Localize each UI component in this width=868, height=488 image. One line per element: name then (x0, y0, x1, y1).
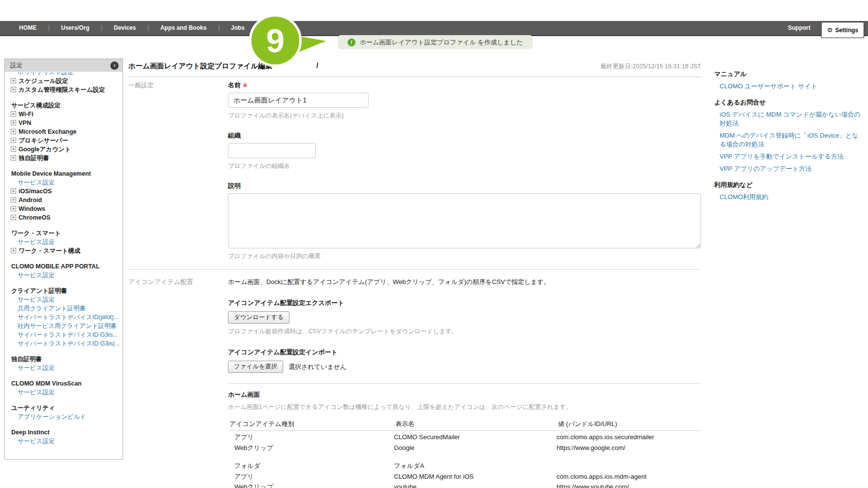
nav-support[interactable]: Support (788, 21, 810, 35)
sidebar-item[interactable]: +サービス設定 (5, 364, 121, 372)
sidebar-item[interactable]: +ワーク・スマート構成 (5, 246, 121, 255)
description-help: プロファイルの内容や目的の概要 (228, 252, 701, 261)
toast-message: ホーム画面レイアウト設定プロファイル を作成しました (360, 38, 523, 47)
sidebar-item[interactable]: +社内サービス用クライアント証明書 (5, 322, 121, 330)
icon-item-table: アイコンアイテム種別 表示名 値 (バンドルID/URL) アプリ CLOMO … (228, 420, 701, 488)
sidebar-item[interactable]: +独自証明書 (5, 154, 121, 163)
sidebar-item[interactable]: +共用クライアント証明書 (5, 304, 121, 313)
expand-icon[interactable]: + (11, 138, 16, 143)
settings-sidebar: 設定 ‹ +ホワイトリスト設定 +スケジュール設定 +カスタム管理権限スキーム設… (4, 59, 123, 460)
sidebar-items: +ホワイトリスト設定 +スケジュール設定 +カスタム管理権限スキーム設定 +サー… (5, 72, 123, 450)
help-item[interactable]: CLOMO ユーザーサポート サイト (714, 82, 862, 91)
sidebar-item[interactable]: +ユーティリティ (5, 404, 121, 412)
home-screen-help: ホーム画面1ページに配置できるアイコン数は機種によって異なり、上限を超えたアイコ… (228, 403, 701, 411)
choose-file-button[interactable]: ファイルを選択 (228, 361, 283, 373)
help-item[interactable]: VPP アプリのアップデート方法 (714, 164, 862, 173)
sidebar-header: 設定 ‹ (5, 59, 123, 72)
help-item[interactable]: マニュアル (714, 70, 862, 79)
download-button[interactable]: ダウンロードする (228, 311, 289, 324)
inner-divider (228, 383, 701, 384)
export-help: プロファイル新規作成時は、CSVファイルのテンプレートをダウンロードします。 (228, 327, 701, 336)
expand-icon[interactable]: + (11, 111, 16, 117)
help-item[interactable]: 利用規約など (714, 181, 862, 189)
sidebar-item[interactable]: +VPN (5, 119, 121, 127)
table-row: フォルダ フォルダA (228, 461, 701, 471)
name-label: 名前※ (228, 81, 701, 90)
sidebar-item[interactable]: +Googleアカウント (5, 145, 121, 154)
top-navbar: HOME Users/Org Devices Apps and Books Jo… (0, 21, 868, 36)
expand-icon[interactable]: + (11, 87, 16, 92)
alert-icon: ! (348, 39, 355, 46)
table-body: アプリ CLOMO SecuredMailer com.clomo.apps.i… (228, 432, 701, 488)
profile-name-input[interactable] (228, 93, 369, 108)
import-label: アイコンアイテム配置設定インポート (228, 348, 701, 357)
balloon-number: 9 (249, 14, 302, 67)
nav-item[interactable]: Apps and Books (148, 21, 219, 35)
sidebar-item[interactable]: +サイバートラストデバイスID(pilot)... (5, 313, 121, 322)
sidebar-item[interactable]: +サイバートラストデバイスID G3is(... (5, 339, 121, 348)
last-updated: 最終更新日:2025/12/15 15:31:16 JST (600, 62, 701, 71)
help-item[interactable]: CLOMO利用規約 (714, 193, 862, 202)
table-row: アプリ CLOMO MDM Agent for iOS com.clomo.ap… (228, 471, 701, 482)
sidebar-item[interactable]: +サイバートラストデバイスID G3is... (5, 330, 121, 339)
expand-icon[interactable]: + (11, 129, 16, 134)
sidebar-item[interactable]: +Mobile Device Management (5, 169, 121, 178)
help-item[interactable]: VPP アプリを手動でインストールする方法 (714, 152, 862, 161)
help-item[interactable]: iOS デバイスに MDM コマンドが届かない場合の対処法 (714, 110, 862, 128)
sidebar-item[interactable]: +ワーク・スマート (5, 229, 121, 238)
help-item[interactable]: よくあるお問合せ (714, 98, 862, 107)
sidebar-title: 設定 (10, 61, 22, 70)
section-label-general: 一般設定 (128, 77, 228, 261)
sidebar-item[interactable]: +ホワイトリスト設定 (5, 72, 121, 77)
collapse-sidebar-button[interactable]: ‹ (110, 61, 119, 70)
sidebar-item[interactable]: +クライアント証明書 (5, 286, 121, 295)
sidebar-item[interactable]: +サービス設定 (5, 437, 121, 446)
section-label-icon-layout: アイコンアイテム配置 (128, 270, 228, 488)
sidebar-item[interactable]: +Android (5, 196, 121, 204)
expand-icon[interactable]: + (11, 248, 16, 253)
table-header-row: アイコンアイテム種別 表示名 値 (バンドルID/URL) (228, 420, 701, 431)
sidebar-item[interactable]: +プロキシサーバー (5, 136, 121, 145)
expand-icon[interactable]: + (11, 146, 16, 152)
sidebar-item[interactable]: +スケジュール設定 (5, 77, 121, 85)
sidebar-item[interactable]: +iOS/macOS (5, 187, 121, 196)
sidebar-item[interactable]: +サービス設定 (5, 295, 121, 304)
title-separator: / (316, 61, 318, 69)
sidebar-item[interactable]: +サービス設定 (5, 178, 121, 187)
sidebar-item[interactable]: +CLOMO MDM VirusScan (5, 379, 121, 388)
sidebar-item[interactable]: +カスタム管理権限スキーム設定 (5, 85, 121, 94)
nav-item[interactable]: Users/Org (49, 21, 102, 35)
sidebar-item[interactable]: +CLOMO MOBILE APP PORTAL (5, 262, 121, 271)
sidebar-item[interactable]: +サービス設定 (5, 238, 121, 246)
sidebar-item[interactable]: +ChromeOS (5, 213, 121, 222)
sidebar-item[interactable]: +アプリケーションビルド (5, 412, 121, 421)
nav-item[interactable]: HOME (7, 21, 49, 35)
expand-icon[interactable]: + (11, 78, 16, 83)
sidebar-item[interactable]: +サービス設定 (5, 388, 121, 397)
organization-input[interactable] (228, 143, 316, 158)
sidebar-item[interactable]: +サービス設定 (5, 271, 121, 280)
sidebar-item[interactable]: +独自証明書 (5, 355, 121, 364)
sidebar-item[interactable]: +Windows (5, 204, 121, 213)
tab-settings[interactable]: ⚙ Settings (821, 22, 864, 38)
col-header-name: 表示名 (395, 420, 558, 428)
icon-layout-section: アイコンアイテム配置 ホーム画面、Dockに配置するアイコンアイテム(アプリ、W… (128, 270, 701, 488)
expand-icon[interactable]: + (11, 155, 16, 161)
expand-icon[interactable]: + (11, 206, 16, 211)
main-content: ホーム画面レイアウト設定プロファイル編集 / 最終更新日:2025/12/15 … (128, 58, 701, 488)
expand-icon[interactable]: + (11, 197, 16, 203)
description-textarea[interactable] (228, 193, 701, 248)
nav-item[interactable]: Devices (102, 21, 148, 35)
sidebar-item[interactable]: +Wi-Fi (5, 110, 121, 119)
sidebar-item[interactable]: +Deep Instinct (5, 428, 121, 437)
home-screen-label: ホーム画面 (228, 390, 701, 399)
expand-icon[interactable]: + (11, 215, 16, 220)
help-item[interactable]: MDM へのデバイス登録時に「iOS Device」となる場合の対処法 (714, 131, 862, 149)
org-help: プロファイルの組織名 (228, 162, 701, 170)
table-row: アプリ CLOMO SecuredMailer com.clomo.apps.i… (228, 432, 701, 443)
general-settings-section: 一般設定 名前※ プロファイルの表示名(デバイス上に表示) 組織 プロファイルの… (128, 77, 701, 261)
expand-icon[interactable]: + (11, 120, 16, 125)
expand-icon[interactable]: + (11, 188, 16, 194)
sidebar-item[interactable]: +Microsoft Exchange (5, 127, 121, 136)
sidebar-item[interactable]: +サービス構成設定 (5, 101, 121, 110)
